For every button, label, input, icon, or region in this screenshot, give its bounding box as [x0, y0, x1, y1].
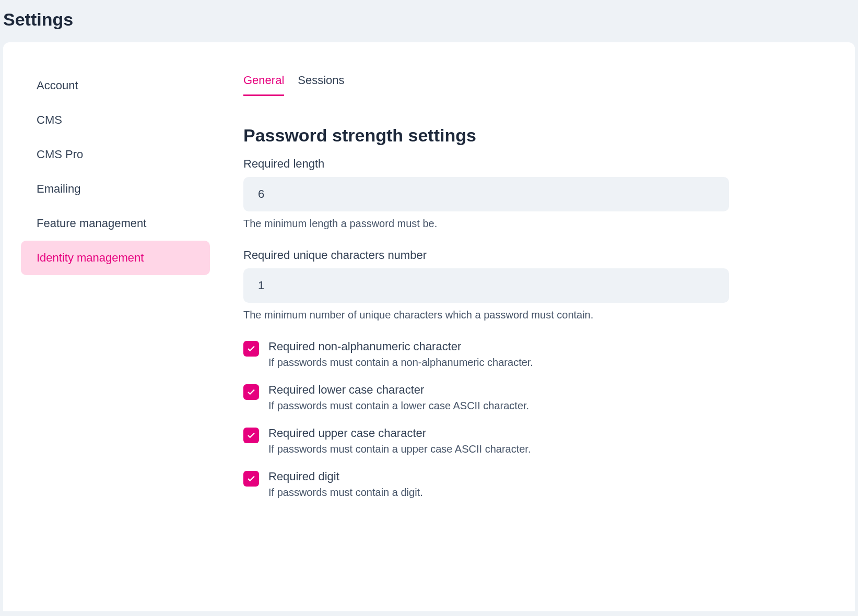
checkbox-help: If passwords must contain a lower case A…: [268, 400, 529, 411]
sidebar-item-emailing[interactable]: Emailing: [21, 172, 210, 206]
sidebar-item-feature-management[interactable]: Feature management: [21, 206, 210, 241]
checkbox-input[interactable]: [243, 428, 259, 443]
sidebar-item-label: Emailing: [37, 182, 80, 195]
field-label: Required unique characters number: [243, 248, 813, 262]
settings-content: General Sessions Password strength setti…: [228, 58, 855, 611]
tabs: General Sessions: [243, 74, 813, 96]
sidebar-item-label: CMS Pro: [37, 148, 83, 161]
field-help: The minimum number of unique characters …: [243, 309, 813, 321]
required-unique-input[interactable]: [243, 268, 729, 303]
tab-label: General: [243, 74, 284, 87]
checkbox-help: If passwords must contain a digit.: [268, 487, 423, 498]
checkbox-non-alphanumeric: Required non-alphanumeric character If p…: [243, 340, 813, 369]
sidebar-item-cms-pro[interactable]: CMS Pro: [21, 137, 210, 172]
checkbox-upper-case: Required upper case character If passwor…: [243, 427, 813, 455]
field-required-unique: Required unique characters number The mi…: [243, 248, 813, 321]
sidebar-item-account[interactable]: Account: [21, 68, 210, 103]
field-required-length: Required length The minimum length a pas…: [243, 157, 813, 230]
checkbox-help: If passwords must contain a upper case A…: [268, 443, 531, 455]
check-icon: [246, 344, 256, 353]
checkbox-label: Required lower case character: [268, 383, 813, 397]
sidebar-item-cms[interactable]: CMS: [21, 103, 210, 137]
sidebar-item-label: Feature management: [37, 217, 146, 230]
checkbox-digit: Required digit If passwords must contain…: [243, 470, 813, 499]
check-icon: [246, 474, 256, 483]
checkbox-label: Required upper case character: [268, 427, 813, 440]
checkbox-content: Required lower case character If passwor…: [268, 383, 813, 412]
checkbox-lower-case: Required lower case character If passwor…: [243, 383, 813, 412]
sidebar-item-identity-management[interactable]: Identity management: [21, 241, 210, 275]
checkbox-content: Required upper case character If passwor…: [268, 427, 813, 455]
page-title: Settings: [3, 9, 855, 30]
field-label: Required length: [243, 157, 813, 171]
tab-general[interactable]: General: [243, 74, 284, 96]
checkbox-input[interactable]: [243, 471, 259, 487]
sidebar-item-label: Account: [37, 79, 78, 92]
sidebar-item-label: CMS: [37, 113, 62, 126]
checkbox-label: Required non-alphanumeric character: [268, 340, 813, 353]
checkbox-content: Required digit If passwords must contain…: [268, 470, 813, 499]
check-icon: [246, 431, 256, 440]
tab-sessions[interactable]: Sessions: [298, 74, 344, 96]
section-title: Password strength settings: [243, 125, 813, 146]
check-icon: [246, 387, 256, 397]
checkbox-content: Required non-alphanumeric character If p…: [268, 340, 813, 369]
tab-label: Sessions: [298, 74, 344, 87]
field-help: The minimum length a password must be.: [243, 218, 813, 230]
checkbox-input[interactable]: [243, 384, 259, 400]
checkbox-label: Required digit: [268, 470, 813, 483]
required-length-input[interactable]: [243, 177, 729, 211]
checkbox-help: If passwords must contain a non-alphanum…: [268, 357, 533, 368]
settings-sidebar: Account CMS CMS Pro Emailing Feature man…: [3, 58, 228, 611]
checkbox-input[interactable]: [243, 341, 259, 357]
page-header: Settings: [0, 0, 858, 42]
settings-panel: Account CMS CMS Pro Emailing Feature man…: [3, 42, 855, 611]
sidebar-item-label: Identity management: [37, 251, 144, 264]
